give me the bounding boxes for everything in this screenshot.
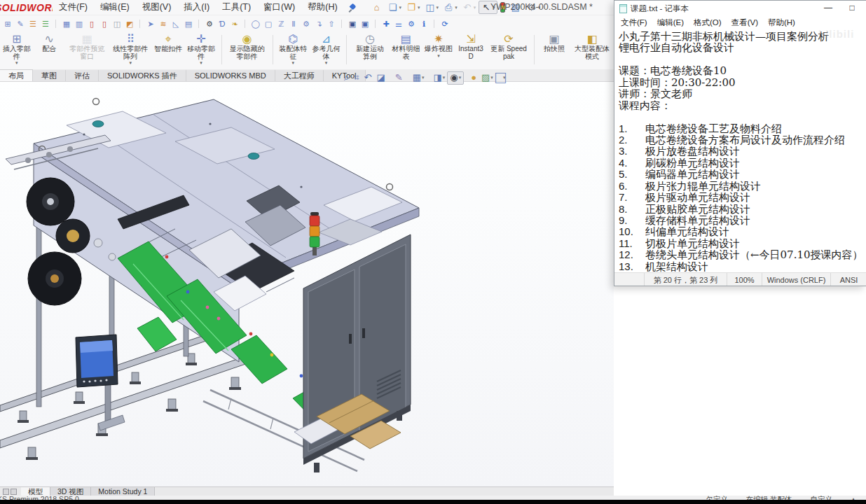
notepad-menu-item[interactable]: 编辑(E) [652, 18, 689, 28]
assembly-features-button[interactable]: ⌬ 装配体特征 ▾ [277, 31, 310, 69]
maximize-button[interactable]: □ [840, 1, 864, 16]
minimize-button[interactable]: — [816, 1, 840, 16]
zoom-to-area-icon[interactable]: ⌗ [352, 71, 362, 85]
show-hidden-components-button[interactable]: ◉ 显示隐藏的零部件 [226, 31, 269, 69]
command-label: 材料明细表 [392, 46, 420, 60]
toolbar-icon[interactable]: ➤ [145, 18, 156, 29]
command-manager-tab[interactable]: 布局 [0, 69, 33, 81]
view-tool-icon: ▨ [481, 71, 490, 84]
text-line: 12.卷绕头单元结构设计（←今日07.10授课内容） [619, 248, 866, 260]
view-settings-icon[interactable]: ⃞ ▾ [500, 71, 508, 85]
toolbar-icon[interactable]: ⇧ [326, 18, 337, 29]
previous-view-icon[interactable]: ↶ [362, 71, 375, 85]
smart-fasteners-button[interactable]: ⌖ 智能扣件 [152, 31, 184, 69]
move-component-button[interactable]: ✛ 移动零部件 ▾ [184, 31, 217, 69]
toolbar-icon[interactable]: Ɗ [216, 18, 228, 29]
pin-toolbar-icon[interactable] [348, 3, 358, 13]
toolbar-icon[interactable]: ▥ [74, 18, 85, 29]
menu-item[interactable]: 窗口(W) [257, 0, 301, 15]
toolbar-icon[interactable]: ⊞ [2, 18, 13, 29]
toolbar-icon[interactable]: ⚌ [393, 18, 404, 29]
command-manager-tab[interactable]: 评估 [66, 70, 99, 81]
toolbar-icon[interactable]: ▯ [99, 18, 110, 29]
open-button[interactable]: ❐ ▾ [404, 1, 422, 13]
instant3d-button[interactable]: ⇲ Instant3D [455, 31, 487, 69]
toolbar-icon[interactable]: ≋ [158, 18, 169, 29]
view-orientation-icon[interactable]: ▦ ▾ [411, 71, 427, 85]
exploded-view-button[interactable]: ✷ 爆炸视图 ▾ [422, 31, 455, 69]
insert-components-button[interactable]: ⊞ 插入零部件 ▾ [0, 31, 33, 69]
command-label: 插入零部件 [2, 46, 31, 60]
reference-geometry-button[interactable]: ⊿ 参考几何体 ▾ [310, 31, 343, 69]
toolbar-icon[interactable]: ℤ [275, 18, 287, 29]
edit-appearance-icon[interactable]: ● [469, 71, 479, 85]
toolbar-icon[interactable]: ℹ [418, 18, 429, 29]
bill-of-materials-button[interactable]: ▤ 材料明细表 [390, 31, 422, 69]
display-style-icon[interactable]: ◨ ▾ [432, 71, 448, 85]
toolbar-icon[interactable]: ❧ [229, 18, 240, 29]
toolbar-icon[interactable]: ◫ [111, 18, 123, 29]
toolbar-icon[interactable]: ☰ [40, 18, 51, 29]
notepad-text-area[interactable]: 小丸子第十三期非标机械设计—项目案例分析 锂电行业自动化设备设计 课题：电芯卷绕… [614, 29, 866, 272]
model-tab[interactable]: 模型 [21, 487, 50, 496]
linear-component-pattern-button[interactable]: ⠿ 线性零部件阵列 ▾ [109, 31, 152, 69]
line-number-text: 7. [619, 191, 645, 203]
notepad-menu-item[interactable]: 格式(O) [689, 18, 727, 28]
toolbar-icon[interactable]: ◩ [124, 18, 135, 29]
command-manager-tab[interactable]: 大工程师 [275, 70, 324, 81]
section-view-icon[interactable]: ◪ [375, 71, 388, 85]
new-document-button[interactable]: ❏ ▾ [386, 1, 404, 13]
menu-item[interactable]: 文件(F) [53, 0, 94, 15]
toolbar-icon[interactable]: ▢ [263, 18, 274, 29]
command-manager-tab[interactable]: 草图 [33, 70, 66, 81]
toolbar-icon[interactable]: Ⅱ [288, 18, 299, 29]
new-motion-study-button[interactable]: ◷ 新建运动算例 [350, 31, 390, 69]
notepad-menu-item[interactable]: 查看(V) [727, 18, 763, 28]
home-button[interactable]: ⌂ [370, 1, 385, 13]
dropdown-caret-icon: ▾ [455, 5, 458, 10]
hide-show-items-icon[interactable]: ◉ ▾ [447, 71, 464, 85]
graphics-area[interactable] [0, 82, 614, 486]
toolbar-icon[interactable]: ⚙ [406, 18, 417, 29]
undo-button[interactable]: ↶ ▾ [460, 1, 478, 13]
notepad-menu-item[interactable]: 文件(F) [616, 18, 652, 28]
command-manager-tab[interactable]: SOLIDWORKS MBD [186, 70, 275, 81]
update-speedpak-button[interactable]: ⟳ 更新 Speedpak [487, 31, 530, 69]
dropdown-caret-icon: ▾ [437, 5, 439, 10]
toolbar-icon[interactable]: ⟳ [439, 18, 451, 29]
toolbar-icon[interactable]: ▣ [359, 18, 371, 29]
large-assembly-mode-button[interactable]: ◧ 大型装配体模式 [570, 31, 614, 69]
toolbar-icon[interactable]: ✚ [380, 18, 392, 29]
save-button[interactable]: ◫ ▾ [423, 1, 441, 13]
toolbar-icon[interactable]: ▤ [183, 18, 194, 29]
menu-item[interactable]: 插入(I) [177, 0, 216, 15]
menu-item[interactable]: 视图(V) [136, 0, 178, 15]
toolbar-icon[interactable]: ✎ [15, 18, 26, 29]
toolbar-icon[interactable]: ▣ [347, 18, 358, 29]
menu-item[interactable]: 编辑(E) [94, 0, 136, 15]
windows-taskbar[interactable] [0, 500, 866, 504]
toolbar-icon[interactable]: ▦ [61, 18, 72, 29]
notepad-menu-item[interactable]: 帮助(H) [763, 18, 800, 28]
toolbar-icon[interactable]: ☰ [27, 18, 39, 29]
toolbar-icon[interactable]: ◺ [170, 18, 181, 29]
toolbar-icon[interactable]: ◯ [250, 18, 261, 29]
zoom-to-fit-icon[interactable]: ⌕ [342, 71, 352, 85]
apply-scene-icon[interactable]: ▨ ▾ [479, 71, 495, 85]
model-tab[interactable]: 3D 视图 [50, 487, 91, 496]
toolbar-icon[interactable]: ↴ [313, 18, 324, 29]
model-tab[interactable]: Motion Study 1 [91, 487, 155, 496]
command-manager-tab[interactable]: SOLIDWORKS 插件 [99, 70, 186, 81]
annotation-view-icon[interactable]: ✎ [393, 71, 406, 85]
toolbar-icon[interactable]: ⚙ [301, 18, 312, 29]
dropdown-caret-icon: ▾ [399, 5, 402, 10]
mate-button[interactable]: ∿ 配合 [33, 31, 65, 69]
print-button[interactable]: ⎙ ▾ [441, 1, 459, 13]
pane-splitter-icons[interactable] [0, 487, 21, 496]
menu-item[interactable]: 帮助(H) [301, 0, 343, 15]
take-snapshot-button[interactable]: ▣ 拍快照 [538, 31, 570, 69]
toolbar-icon[interactable]: ▯ [86, 18, 97, 29]
menu-item[interactable]: 工具(T) [216, 0, 257, 15]
toolbar-icon[interactable]: ⚙ [204, 18, 215, 29]
component-preview-window-button[interactable]: ▦ 零部件预览窗口 [65, 31, 109, 69]
